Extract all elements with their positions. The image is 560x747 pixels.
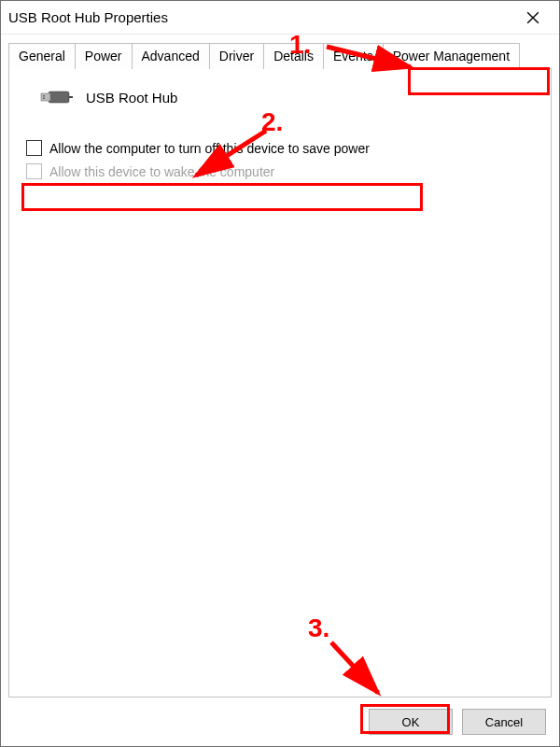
tab-advanced[interactable]: Advanced	[132, 43, 210, 69]
svg-rect-0	[49, 92, 69, 103]
svg-rect-3	[43, 98, 45, 100]
titlebar: USB Root Hub Properties	[1, 1, 559, 35]
svg-rect-2	[43, 95, 45, 97]
tab-general[interactable]: General	[8, 43, 76, 69]
tab-driver[interactable]: Driver	[209, 43, 264, 69]
device-name: USB Root Hub	[86, 90, 177, 106]
tab-content: USB Root Hub Allow the computer to turn …	[8, 69, 552, 698]
checkbox-turnoff-label: Allow the computer to turn off this devi…	[49, 141, 370, 156]
tab-events[interactable]: Events	[323, 43, 384, 69]
checkbox-turnoff[interactable]	[26, 140, 42, 156]
device-row: USB Root Hub	[39, 86, 534, 108]
svg-rect-1	[41, 93, 50, 101]
checkbox-wake-label: Allow this device to wake the computer	[49, 164, 274, 179]
close-button[interactable]	[514, 3, 552, 33]
window-title: USB Root Hub Properties	[8, 9, 514, 25]
tab-power-management[interactable]: Power Management	[383, 43, 520, 69]
properties-window: USB Root Hub Properties General Power Ad…	[0, 0, 560, 747]
checkbox-row-turnoff: Allow the computer to turn off this devi…	[26, 140, 534, 156]
ok-button[interactable]: OK	[369, 709, 453, 735]
close-icon	[526, 11, 539, 24]
tabbar: General Power Advanced Driver Details Ev…	[8, 42, 552, 69]
tab-details[interactable]: Details	[263, 43, 324, 69]
usb-hub-icon	[39, 86, 73, 108]
cancel-button[interactable]: Cancel	[462, 709, 546, 735]
checkbox-wake	[26, 163, 42, 179]
buttonbar: OK Cancel	[1, 698, 559, 746]
tab-power[interactable]: Power	[75, 43, 133, 69]
checkbox-row-wake: Allow this device to wake the computer	[26, 163, 534, 179]
